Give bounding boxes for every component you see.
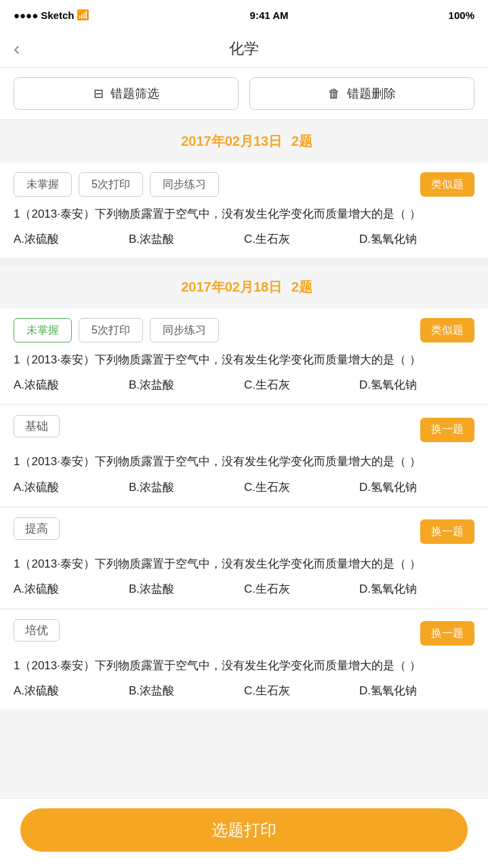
print-count-btn-1[interactable]: 5次打印 — [79, 172, 143, 197]
question-text-2-1: 1（2013·泰安）下列物质露置于空气中，没有发生化学变化而质量增大的是（ ） — [14, 351, 474, 369]
sub-section-advanced: 提高 换一题 1（2013·泰安）下列物质露置于空气中，没有发生化学变化而质量增… — [0, 507, 488, 608]
change-btn-advanced[interactable]: 换一题 — [420, 519, 474, 544]
option-b-1: B.浓盐酸 — [129, 231, 244, 247]
network-name: Sketch — [41, 9, 74, 21]
bottom-bar: 选题打印 — [0, 798, 488, 868]
date-text-1: 2017年02月13日 — [181, 134, 282, 149]
delete-icon: 🗑 — [328, 87, 340, 101]
sub-option-b-basic: B.浓盐酸 — [129, 479, 244, 495]
similar-btn-2[interactable]: 类似题 — [420, 318, 474, 342]
sub-option-c-advanced: C.生石灰 — [244, 581, 359, 597]
status-bar: ●●●● Sketch 📶 9:41 AM 100% — [0, 0, 488, 30]
sub-question-options-elite: A.浓硫酸 B.浓盐酸 C.生石灰 D.氢氧化钠 — [14, 683, 474, 698]
change-btn-basic[interactable]: 换一题 — [420, 418, 474, 442]
option-b-2: B.浓盐酸 — [129, 377, 244, 393]
sub-option-b-advanced: B.浓盐酸 — [129, 581, 244, 597]
sub-section-elite: 培优 换一题 1（2013·泰安）下列物质露置于空气中，没有发生化学变化而质量增… — [0, 609, 488, 709]
status-left: ●●●● Sketch 📶 — [14, 9, 89, 21]
sub-label-advanced: 提高 — [14, 517, 60, 540]
question-count-2: 2题 — [291, 279, 312, 294]
option-a-2: A.浓硫酸 — [14, 377, 129, 393]
sub-option-d-advanced: D.氢氧化钠 — [359, 581, 474, 597]
question-count-1: 2题 — [291, 134, 312, 149]
sub-question-text-advanced: 1（2013·泰安）下列物质露置于空气中，没有发生化学变化而质量增大的是（ ） — [14, 555, 474, 573]
date-header-2: 2017年02月18日 2题 — [0, 278, 488, 296]
date-text-2: 2017年02月18日 — [181, 279, 282, 294]
option-d-1: D.氢氧化钠 — [359, 231, 474, 247]
date-header-1: 2017年02月13日 2题 — [0, 132, 488, 151]
sub-option-b-elite: B.浓盐酸 — [129, 683, 244, 698]
nav-bar: ‹ 化学 — [0, 30, 488, 68]
question-options-1-1: A.浓硫酸 B.浓盐酸 C.生石灰 D.氢氧化钠 — [14, 231, 474, 247]
sub-option-a-advanced: A.浓硫酸 — [14, 581, 129, 597]
sub-option-a-basic: A.浓硫酸 — [14, 479, 129, 495]
scroll-content: 2017年02月13日 2题 未掌握 5次打印 同步练习 类似题 1（2013·… — [0, 120, 488, 792]
option-a-1: A.浓硫酸 — [14, 231, 129, 247]
sub-label-basic: 基础 — [14, 415, 60, 437]
sub-option-d-elite: D.氢氧化钠 — [359, 683, 474, 698]
divider-1 — [0, 259, 488, 266]
delete-label: 错题删除 — [347, 85, 396, 102]
sub-question-options-basic: A.浓硫酸 B.浓盐酸 C.生石灰 D.氢氧化钠 — [14, 479, 474, 495]
sub-option-a-elite: A.浓硫酸 — [14, 683, 129, 698]
toolbar: ⊟ 错题筛选 🗑 错题删除 — [0, 68, 488, 120]
filter-icon: ⊟ — [94, 86, 104, 101]
question-card-2-1: 未掌握 5次打印 同步练习 类似题 1（2013·泰安）下列物质露置于空气中，没… — [0, 309, 488, 403]
change-btn-elite[interactable]: 换一题 — [420, 621, 474, 646]
date-section-2: 2017年02月18日 2题 — [0, 266, 488, 309]
sub-option-d-basic: D.氢氧化钠 — [359, 479, 474, 495]
status-time: 9:41 AM — [250, 9, 289, 21]
battery-level: 100% — [449, 9, 474, 21]
sub-question-text-elite: 1（2013·泰安）下列物质露置于空气中，没有发生化学变化而质量增大的是（ ） — [14, 656, 474, 675]
date-section-1: 2017年02月13日 2题 — [0, 120, 488, 163]
question-actions-1-1: 未掌握 5次打印 同步练习 类似题 — [14, 172, 474, 197]
sub-option-c-basic: C.生石灰 — [244, 479, 359, 495]
sub-actions-advanced: 提高 换一题 — [14, 517, 474, 547]
question-text-1-1: 1（2013·泰安）下列物质露置于空气中，没有发生化学变化而质量增大的是（ ） — [14, 205, 474, 223]
print-button[interactable]: 选题打印 — [20, 808, 468, 852]
filter-label: 错题筛选 — [110, 85, 159, 102]
back-button[interactable]: ‹ — [14, 38, 20, 60]
sub-option-c-elite: C.生石灰 — [244, 683, 359, 698]
filter-button[interactable]: ⊟ 错题筛选 — [14, 77, 239, 110]
sync-practice-btn-1[interactable]: 同步练习 — [150, 172, 219, 197]
not-mastered-btn-2[interactable]: 未掌握 — [14, 318, 72, 342]
question-actions-2-1: 未掌握 5次打印 同步练习 类似题 — [14, 318, 474, 342]
signal-dots: ●●●● — [14, 9, 38, 21]
delete-button[interactable]: 🗑 错题删除 — [249, 77, 474, 110]
sub-label-elite: 培优 — [14, 619, 60, 642]
sub-actions-elite: 培优 换一题 — [14, 619, 474, 648]
option-d-2: D.氢氧化钠 — [359, 377, 474, 393]
option-c-2: C.生石灰 — [244, 377, 359, 393]
sync-practice-btn-2[interactable]: 同步练习 — [150, 318, 219, 342]
option-c-1: C.生石灰 — [244, 231, 359, 247]
sub-question-text-basic: 1（2013·泰安）下列物质露置于空气中，没有发生化学变化而质量增大的是（ ） — [14, 452, 474, 471]
sub-section-basic: 基础 换一题 1（2013·泰安）下列物质露置于空气中，没有发生化学变化而质量增… — [0, 405, 488, 505]
wifi-icon: 📶 — [77, 9, 89, 21]
not-mastered-btn-1[interactable]: 未掌握 — [14, 172, 72, 197]
question-options-2-1: A.浓硫酸 B.浓盐酸 C.生石灰 D.氢氧化钠 — [14, 377, 474, 393]
question-card-1-1: 未掌握 5次打印 同步练习 类似题 1（2013·泰安）下列物质露置于空气中，没… — [0, 163, 488, 258]
similar-btn-1[interactable]: 类似题 — [420, 172, 474, 197]
page-title: 化学 — [229, 39, 259, 59]
print-count-btn-2[interactable]: 5次打印 — [79, 318, 143, 342]
sub-actions-basic: 基础 换一题 — [14, 415, 474, 444]
sub-question-options-advanced: A.浓硫酸 B.浓盐酸 C.生石灰 D.氢氧化钠 — [14, 581, 474, 597]
